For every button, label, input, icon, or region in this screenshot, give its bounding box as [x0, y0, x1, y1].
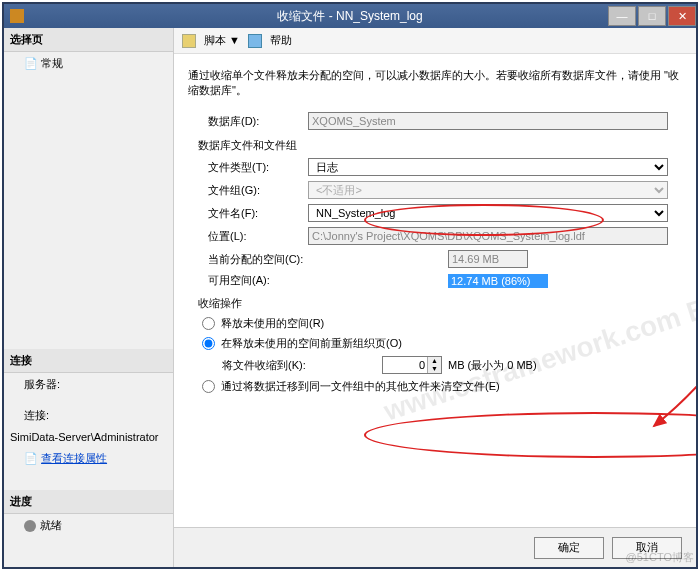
spinner-up-icon[interactable]: ▲ [427, 357, 441, 365]
database-label: 数据库(D): [188, 114, 308, 129]
available-label: 可用空间(A): [188, 273, 308, 288]
app-icon [10, 9, 24, 23]
filename-label: 文件名(F): [188, 206, 308, 221]
reorganize-radio[interactable] [202, 337, 215, 350]
shrink-to-label: 将文件收缩到(K): [222, 358, 382, 373]
window-title: 收缩文件 - NN_System_log [277, 8, 422, 25]
server-label: 服务器: [4, 373, 173, 396]
filename-select[interactable]: NN_System_log [308, 204, 668, 222]
shrink-group-label: 收缩操作 [198, 296, 682, 311]
release-radio[interactable] [202, 317, 215, 330]
sidebar-item-general[interactable]: 📄 常规 [4, 52, 173, 75]
view-connection-link[interactable]: 📄 查看连接属性 [4, 447, 173, 470]
script-button[interactable]: 脚本 ▼ [204, 33, 240, 48]
location-label: 位置(L): [188, 229, 308, 244]
reorganize-label: 在释放未使用的空间前重新组织页(O) [221, 336, 402, 351]
file-type-label: 文件类型(T): [188, 160, 308, 175]
annotation-ellipse-2 [364, 412, 696, 458]
ok-button[interactable]: 确定 [534, 537, 604, 559]
titlebar[interactable]: 收缩文件 - NN_System_log — □ ✕ [4, 4, 696, 28]
allocated-field [448, 250, 528, 268]
sidebar-connection-header: 连接 [4, 349, 173, 373]
toolbar: 脚本 ▼ 帮助 [174, 28, 696, 54]
filegroup-label: 文件组(G): [188, 183, 308, 198]
database-field [308, 112, 668, 130]
sidebar: 选择页 📄 常规 连接 服务器: 连接: SimiData-Server\Adm… [4, 28, 174, 567]
description-text: 通过收缩单个文件释放未分配的空间，可以减小数据库的大小。若要收缩所有数据库文件，… [188, 68, 682, 98]
main-panel: 脚本 ▼ 帮助 通过收缩单个文件释放未分配的空间，可以减小数据库的大小。若要收缩… [174, 28, 696, 567]
help-icon [248, 34, 262, 48]
available-value: 12.74 MB (86%) [448, 274, 548, 288]
footer: 确定 取消 [174, 527, 696, 567]
connection-label: 连接: [4, 404, 173, 427]
maximize-button[interactable]: □ [638, 6, 666, 26]
shrink-to-spinner[interactable]: ▲▼ [382, 356, 442, 374]
close-button[interactable]: ✕ [668, 6, 696, 26]
script-icon [182, 34, 196, 48]
file-type-select[interactable]: 日志 [308, 158, 668, 176]
help-button[interactable]: 帮助 [270, 33, 292, 48]
shrink-to-input[interactable] [383, 357, 427, 373]
shrink-to-suffix: MB (最小为 0 MB) [448, 358, 537, 373]
server-value [4, 396, 173, 404]
progress-icon [24, 520, 36, 532]
migrate-label: 通过将数据迁移到同一文件组中的其他文件来清空文件(E) [221, 379, 500, 394]
filegroup-select: <不适用> [308, 181, 668, 199]
content-area: 通过收缩单个文件释放未分配的空间，可以减小数据库的大小。若要收缩所有数据库文件，… [174, 54, 696, 527]
sidebar-select-page: 选择页 [4, 28, 173, 52]
allocated-label: 当前分配的空间(C): [188, 252, 308, 267]
corner-watermark: @51CTO博客 [626, 550, 694, 565]
location-field [308, 227, 668, 245]
release-label: 释放未使用的空间(R) [221, 316, 324, 331]
sidebar-progress-header: 进度 [4, 490, 173, 514]
progress-ready: 就绪 [4, 514, 173, 537]
chevron-down-icon: ▼ [229, 34, 240, 46]
connection-value: SimiData-Server\Administrator [4, 427, 173, 447]
minimize-button[interactable]: — [608, 6, 636, 26]
spinner-down-icon[interactable]: ▼ [427, 365, 441, 373]
migrate-radio[interactable] [202, 380, 215, 393]
dialog-window: 收缩文件 - NN_System_log — □ ✕ 选择页 📄 常规 连接 服… [2, 2, 698, 569]
files-group-label: 数据库文件和文件组 [198, 138, 682, 153]
